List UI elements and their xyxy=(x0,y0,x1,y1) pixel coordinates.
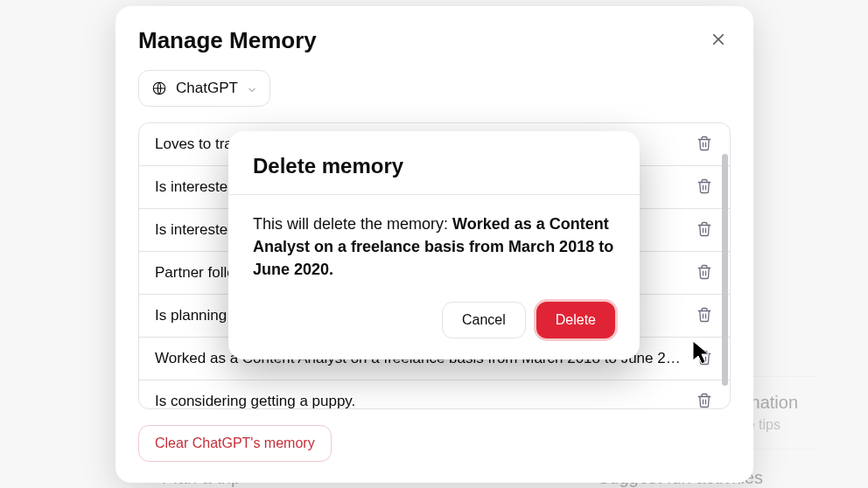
delete-confirm-button[interactable]: Delete xyxy=(536,302,615,338)
delete-memory-confirm-modal: Delete memory This will delete the memor… xyxy=(228,131,640,359)
scrollbar-thumb[interactable] xyxy=(722,154,728,386)
chatgpt-logo-icon xyxy=(151,80,167,96)
confirm-actions: Cancel Delete xyxy=(253,302,615,338)
close-button[interactable] xyxy=(706,29,731,53)
model-label: ChatGPT xyxy=(176,80,238,97)
delete-memory-button[interactable] xyxy=(695,349,714,368)
delete-memory-button[interactable] xyxy=(695,220,714,240)
delete-memory-button[interactable] xyxy=(695,263,714,282)
memory-row: Is considering getting a puppy. xyxy=(139,380,730,408)
modal-header: Manage Memory xyxy=(138,27,731,54)
trash-icon xyxy=(696,393,712,409)
memory-text: Is considering getting a puppy. xyxy=(155,393,684,408)
confirm-body: This will delete the memory: Worked as a… xyxy=(253,213,615,281)
delete-memory-button[interactable] xyxy=(695,178,714,197)
divider xyxy=(228,194,640,195)
trash-icon xyxy=(696,350,712,368)
trash-icon xyxy=(696,178,712,197)
confirm-title: Delete memory xyxy=(253,154,615,178)
close-icon xyxy=(710,31,726,50)
delete-memory-button[interactable] xyxy=(695,392,714,408)
chevron-down-icon xyxy=(247,83,257,94)
cancel-button[interactable]: Cancel xyxy=(442,302,526,338)
delete-memory-button[interactable] xyxy=(695,306,714,325)
model-selector[interactable]: ChatGPT xyxy=(138,70,270,107)
delete-memory-button[interactable] xyxy=(695,135,714,154)
trash-icon xyxy=(696,264,712,282)
confirm-prefix: This will delete the memory: xyxy=(253,215,452,233)
trash-icon xyxy=(696,221,712,240)
modal-title: Manage Memory xyxy=(138,27,317,54)
trash-icon xyxy=(696,136,712,154)
clear-all-memory-button[interactable]: Clear ChatGPT's memory xyxy=(138,425,332,462)
trash-icon xyxy=(696,307,712,325)
